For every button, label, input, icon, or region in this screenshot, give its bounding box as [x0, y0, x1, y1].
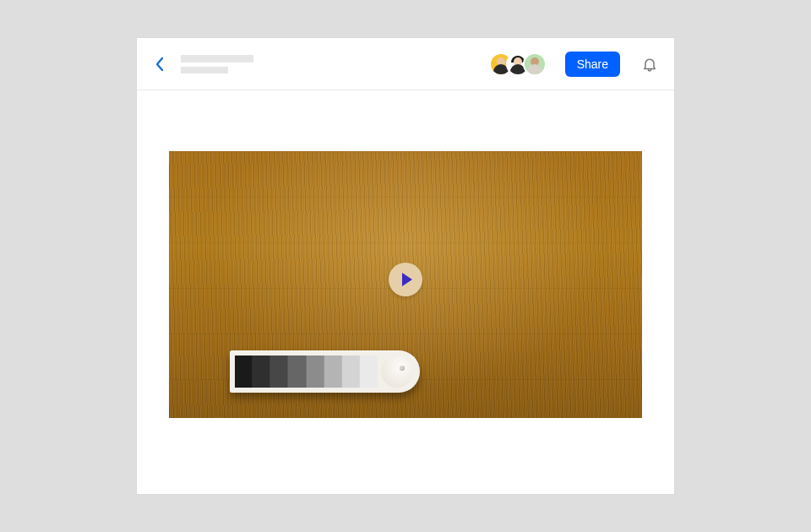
palette-swatch: [360, 356, 378, 388]
collaborator-avatars: [489, 52, 547, 76]
avatar-collaborator-3[interactable]: [523, 52, 547, 76]
palette-cap: [381, 356, 413, 388]
palette-swatch: [342, 356, 360, 388]
color-palette-prop: [230, 350, 420, 393]
palette-swatch: [324, 356, 342, 388]
title-skeleton-line: [181, 55, 253, 62]
subtitle-skeleton-line: [181, 67, 228, 73]
play-button[interactable]: [389, 263, 422, 296]
title-placeholder: [181, 55, 481, 73]
share-button[interactable]: Share: [565, 52, 620, 77]
back-button[interactable]: [149, 53, 171, 75]
palette-swatch: [307, 356, 324, 388]
header-bar: Share: [137, 38, 674, 90]
palette-swatch: [270, 356, 288, 388]
bell-icon: [641, 56, 658, 73]
notifications-button[interactable]: [640, 55, 659, 73]
content-area: [137, 90, 674, 494]
app-window: Share: [137, 38, 674, 494]
palette-swatch: [253, 356, 270, 388]
palette-swatches: [235, 356, 378, 388]
palette-swatch: [235, 356, 253, 388]
palette-swatch: [288, 356, 306, 388]
chevron-left-icon: [154, 57, 166, 72]
play-icon: [402, 273, 412, 286]
video-preview: [169, 151, 642, 418]
